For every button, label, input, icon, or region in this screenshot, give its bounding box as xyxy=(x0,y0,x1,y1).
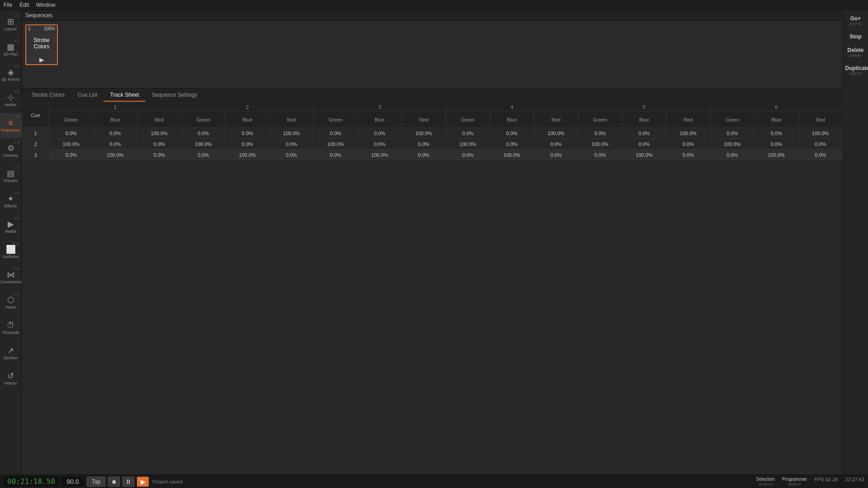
tab-sequence-settings[interactable]: Sequence Settings xyxy=(146,89,204,102)
stop-transport-button[interactable]: ■ xyxy=(108,477,120,487)
fps-display: FPS 62.28 xyxy=(814,477,838,487)
sub-header-12: Red xyxy=(534,112,578,128)
duplicate-button[interactable]: Duplicate Ctrl+D xyxy=(844,63,867,78)
sidebar-item-3dpreviz[interactable]: F3 ◈ 3D PreViz xyxy=(0,62,22,88)
sidebar-item-effects[interactable]: F8 ✦ Effects xyxy=(0,189,22,214)
data-cell: 0.0% xyxy=(402,139,446,150)
sub-header-1: Green xyxy=(49,112,94,128)
data-cell: 0.0% xyxy=(314,128,358,139)
play-transport-button[interactable]: ▶ xyxy=(137,477,149,487)
sidebar-label-sequencer: Sequencer xyxy=(1,128,21,132)
sidebar-item-patch[interactable]: F12 ⬡ Patch xyxy=(0,290,22,315)
sidebar-item-session[interactable]: ↗ Session xyxy=(0,341,22,366)
pause-transport-button[interactable]: ⏸ xyxy=(123,477,134,487)
data-cell: 0.0% xyxy=(49,128,94,139)
bpm-display: 90.0 xyxy=(61,477,84,486)
sidebar-item-timecode[interactable]: ⏱ Timecode xyxy=(0,315,22,341)
data-cell: 100.0% xyxy=(93,150,137,160)
sidebar-item-layout[interactable]: F1 ⊞ Layout xyxy=(0,12,22,37)
sub-header-8: Blue xyxy=(358,112,402,128)
data-cell: 0.0% xyxy=(358,128,402,139)
surfaces-icon: ⬜ xyxy=(6,245,16,253)
track-area[interactable]: Cue123456GreenBlueRedGreenBlueRedGreenBl… xyxy=(22,102,843,474)
data-cell: 0.0% xyxy=(710,150,755,160)
sub-header-2: Blue xyxy=(93,112,137,128)
sidebar-item-presets[interactable]: F7 ▤ Presets xyxy=(0,164,22,189)
sidebar-label-layout: Layout xyxy=(5,27,17,31)
group-header-3: 3 xyxy=(314,103,446,112)
sidebar-label-timecode: Timecode xyxy=(2,330,19,335)
data-cell: 100.0% xyxy=(578,139,623,150)
transport: 00:21:18.50 90.0 Tap ■ ⏸ ▶ xyxy=(4,476,149,487)
sidebar-item-2dplan[interactable]: F2 ▦ 2D Plan xyxy=(0,37,22,62)
go-plus-button[interactable]: Go+ Ctrl+G xyxy=(844,14,867,28)
sub-header-18: Red xyxy=(798,112,843,128)
table-row[interactable]: 2100.0%0.0%0.0%100.0%0.0%0.0%100.0%0.0%0… xyxy=(22,139,843,150)
tab-cue-list[interactable]: Cue List xyxy=(71,89,104,102)
sequences-title: Sequences xyxy=(25,12,52,19)
programmer-status: Programmer Shift+P xyxy=(782,477,807,487)
stop-button[interactable]: Stop xyxy=(844,32,867,42)
sidebar-label-nodes: Nodes xyxy=(5,103,16,107)
sub-header-13: Green xyxy=(578,112,623,128)
data-cell: 0.0% xyxy=(314,150,358,160)
seq-percent: 100% xyxy=(43,26,55,31)
sequencer-icon: ≡ xyxy=(8,119,13,127)
sidebar-item-fixtures[interactable]: F6 ⚙ Fixtures xyxy=(0,138,22,164)
data-cell: 100.0% xyxy=(798,128,843,139)
seq-play-area: ▶ xyxy=(28,56,55,63)
time-display: 00:21:18.50 xyxy=(4,476,59,487)
sequence-card-1[interactable]: 1 100% Strobe Colors ▶ xyxy=(25,24,58,65)
group-header-1: 1 xyxy=(49,103,182,112)
right-panel: Go+ Ctrl+G Stop Delete Delete Duplicate … xyxy=(843,10,868,474)
table-row[interactable]: 10.0%0.0%100.0%0.0%0.0%100.0%0.0%0.0%100… xyxy=(22,128,843,139)
data-cell: 100.0% xyxy=(314,139,358,150)
data-cell: 0.0% xyxy=(490,139,534,150)
delete-button[interactable]: Delete Delete xyxy=(844,45,867,60)
statusbar: 00:21:18.50 90.0 Tap ■ ⏸ ▶ Project saved… xyxy=(0,474,868,488)
data-cell: 100.0% xyxy=(358,150,402,160)
programmer-shortcut: Shift+P xyxy=(788,482,801,487)
seq-play-button[interactable]: ▶ xyxy=(38,56,45,63)
sidebar-item-media[interactable]: F9 ▶ Media xyxy=(0,214,22,239)
menu-file[interactable]: File xyxy=(4,2,12,8)
group-header-6: 6 xyxy=(710,103,843,112)
tap-button[interactable]: Tap xyxy=(87,477,105,487)
tab-strobe-colors[interactable]: Strobe Colors xyxy=(25,89,71,102)
table-row[interactable]: 30.0%100.0%0.0%0.0%100.0%0.0%0.0%100.0%0… xyxy=(22,150,843,160)
sub-header-4: Green xyxy=(181,112,226,128)
seq-name: Strobe Colors xyxy=(28,32,55,54)
data-cell: 0.0% xyxy=(93,139,137,150)
menu-window[interactable]: Window xyxy=(36,2,56,8)
data-cell: 0.0% xyxy=(798,139,843,150)
data-cell: 100.0% xyxy=(226,150,270,160)
sidebar-item-sequencer[interactable]: F5 ≡ Sequencer xyxy=(0,113,22,138)
sub-header-7: Green xyxy=(314,112,358,128)
sidebar-item-nodes[interactable]: F4 ⊹ Nodes xyxy=(0,88,22,113)
data-cell: 0.0% xyxy=(710,128,755,139)
data-cell: 100.0% xyxy=(181,139,226,150)
track-table: Cue123456GreenBlueRedGreenBlueRedGreenBl… xyxy=(22,102,843,160)
sub-header-3: Red xyxy=(137,112,182,128)
data-cell: 100.0% xyxy=(534,128,578,139)
sidebar-label-effects: Effects xyxy=(5,204,17,208)
data-cell: 0.0% xyxy=(137,150,182,160)
sub-header-15: Red xyxy=(666,112,711,128)
tab-bar: Strobe Colors Cue List Track Sheet Seque… xyxy=(22,89,843,102)
sidebar-label-session: Session xyxy=(3,356,18,360)
menu-edit[interactable]: Edit xyxy=(19,2,29,8)
data-cell: 0.0% xyxy=(269,139,314,150)
seq-card-header: 1 100% xyxy=(28,26,55,31)
sidebar-item-connections[interactable]: F11 ⋈ Connections xyxy=(0,265,22,290)
sub-header-5: Blue xyxy=(226,112,270,128)
sequences-area: 1 100% Strobe Colors ▶ xyxy=(22,21,843,89)
tab-track-sheet[interactable]: Track Sheet xyxy=(104,89,145,102)
programmer-label: Programmer xyxy=(782,477,807,482)
data-cell: 0.0% xyxy=(534,150,578,160)
data-cell: 100.0% xyxy=(710,139,755,150)
sidebar-item-history[interactable]: ↺ History xyxy=(0,366,22,391)
sub-header-11: Blue xyxy=(490,112,534,128)
sidebar-item-surfaces[interactable]: F10 ⬜ Surfaces xyxy=(0,239,22,265)
data-cell: 0.0% xyxy=(798,150,843,160)
data-cell: 0.0% xyxy=(755,139,799,150)
